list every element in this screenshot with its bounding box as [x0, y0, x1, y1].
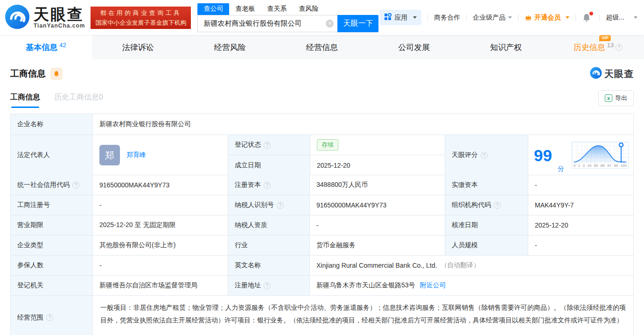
tab-count: 13: [607, 42, 614, 49]
field-label: 登记状态: [235, 141, 261, 149]
open-vip-menu[interactable]: 开通会员: [525, 14, 569, 22]
score-marker-pin: [619, 143, 623, 147]
company-tab-bar: 基本信息 42 法律诉讼 经营风险 经营信息 公司发展 知识产权 历史信息 VI…: [0, 35, 644, 59]
business-term-value: 2025-12-20 至 无固定期限: [92, 215, 228, 235]
field-label: 注册资本: [235, 181, 261, 189]
export-button[interactable]: x 导出: [598, 90, 634, 106]
score-chart: 01 315 5085 9799 100: [572, 142, 629, 169]
tab-company-development[interactable]: 公司发展: [368, 35, 460, 59]
search-tab-risk[interactable]: 查风险: [293, 3, 324, 15]
help-icon[interactable]: ?: [264, 142, 271, 149]
vip-badge: VIP: [599, 35, 611, 41]
tab-history-info[interactable]: 历史信息 VIP 13 ?: [552, 35, 644, 59]
crown-icon: [525, 14, 532, 22]
status-badge: 存续: [317, 139, 338, 150]
help-icon[interactable]: ?: [277, 202, 284, 209]
company-type-value: 其他股份有限公司(非上市): [92, 235, 228, 255]
logo-title: 天眼查: [34, 7, 85, 22]
tab-legal-litigation[interactable]: 法律诉讼: [92, 35, 184, 59]
help-icon[interactable]: ?: [481, 152, 488, 159]
org-code-value: MAK44Y9Y-7: [528, 195, 633, 215]
notification-bell[interactable]: [582, 13, 591, 22]
field-label: 行业: [228, 235, 309, 255]
nearby-companies-link[interactable]: 附近公司: [420, 281, 446, 290]
table-row: 企业类型 其他股份有限公司(非上市) 行业 货币金融服务 人员规模 -: [11, 235, 633, 255]
search-tabs: 查公司 查老板 查关系 查风险: [197, 3, 378, 15]
business-scope-value: 一般项目：非居住房地产租赁；物业管理；人力资源服务（不含职业中介活动、劳务派遣服…: [92, 296, 633, 335]
tab-basic-info[interactable]: 基本信息 42: [0, 35, 92, 59]
bell-icon: [53, 71, 60, 77]
help-icon[interactable]: ?: [264, 182, 271, 189]
section-title: 工商信息: [10, 68, 46, 80]
cooperation-link[interactable]: 商务合作: [434, 14, 460, 22]
establish-date-value: 2025-12-20: [310, 155, 445, 175]
field-label: 企业类型: [11, 235, 92, 255]
taxpayer-quality-value: -: [309, 215, 445, 235]
table-row: 法定代表人 郑 郑育峰 登记状态 ? 存续 成立日期 2025-12-20 天眼…: [11, 135, 633, 175]
score-unit: 分: [558, 165, 564, 173]
enterprise-products-menu[interactable]: 企业级产品: [473, 14, 512, 22]
credit-code-value: 91650000MAK44Y9Y73: [92, 175, 228, 195]
watermark-logo: 天眼查: [590, 67, 634, 81]
avatar[interactable]: 郑: [99, 145, 120, 165]
tab-intellectual-property[interactable]: 知识产权: [460, 35, 552, 59]
staff-size-value: -: [528, 235, 633, 255]
industry-value: 货币金融服务: [309, 235, 445, 255]
slogan-line2: 国家中小企业发展子基金旗下机构: [95, 18, 186, 28]
search-input[interactable]: [203, 20, 326, 28]
reg-capital-value: 3488800万人民币: [309, 175, 445, 195]
subtab-business-registration[interactable]: 工商信息: [10, 93, 40, 108]
tianyancha-logo[interactable]: 天眼查 TianYanCha.com: [5, 4, 85, 31]
chevron-down-icon: [566, 16, 569, 19]
reg-authority-value: 新疆维吾尔自治区市场监督管理局: [92, 276, 228, 295]
search-tab-boss[interactable]: 查老板: [229, 3, 261, 15]
apps-menu[interactable]: 应用: [379, 10, 421, 25]
tianyancha-logo-icon: [5, 4, 30, 31]
clear-icon[interactable]: ×: [326, 20, 334, 28]
field-label: 成立日期: [228, 155, 310, 175]
auto-translate-note: （自动翻译）: [441, 261, 480, 270]
search-tab-relation[interactable]: 查关系: [261, 3, 293, 15]
english-name-value: Xinjiang Rural Commercial Bank Co., Ltd.: [316, 262, 437, 269]
top-header: 天眼查 TianYanCha.com 都在用的商业查询工具 国家中小企业发展子基…: [0, 0, 644, 35]
legal-rep-link[interactable]: 郑育峰: [126, 151, 146, 159]
user-account-menu[interactable]: 超级...: [606, 14, 637, 22]
chevron-down-icon: [413, 16, 417, 19]
subscribe-bell-button[interactable]: [50, 68, 63, 80]
tab-operation-risk[interactable]: 经营风险: [184, 35, 276, 59]
field-label: 注册地址: [235, 281, 261, 290]
field-label: 营业期限: [11, 215, 92, 235]
field-label: 实缴资本: [445, 175, 528, 195]
watermark-text: 天眼查: [604, 68, 634, 80]
help-icon[interactable]: ?: [264, 282, 271, 289]
field-label: 工商注册号: [11, 195, 92, 215]
field-label: 英文名称: [228, 256, 309, 275]
help-icon[interactable]: ?: [616, 44, 623, 51]
insured-count-value: -: [92, 256, 228, 275]
help-icon[interactable]: ?: [72, 182, 79, 189]
slogan-banner: 都在用的商业查询工具 国家中小企业发展子基金旗下机构: [91, 7, 191, 29]
table-row: 登记机关 新疆维吾尔自治区市场监督管理局 注册地址 ? 新疆乌鲁木齐市天山区金银…: [11, 275, 633, 295]
field-label: 登记机关: [11, 276, 92, 295]
reg-number-value: -: [92, 195, 228, 215]
score-axis: 01 315 5085 9799 100: [572, 164, 628, 168]
logo-subtitle: TianYanCha.com: [34, 22, 85, 29]
subtab-history-registration[interactable]: 历史工商信息0: [54, 93, 103, 108]
paid-capital-value: -: [528, 175, 633, 195]
search-tab-company[interactable]: 查公司: [197, 3, 229, 15]
company-name-value: 新疆农村商业银行股份有限公司: [92, 114, 633, 135]
field-label: 经营范围: [17, 314, 43, 322]
help-icon[interactable]: ?: [494, 202, 501, 209]
reg-address-value: 新疆乌鲁木齐市天山区金银路53号: [316, 281, 415, 290]
field-label: 法定代表人: [11, 135, 92, 175]
chevron-down-icon: [508, 16, 512, 19]
tab-count: 42: [59, 42, 66, 49]
search-button[interactable]: 天眼一下: [337, 15, 378, 32]
search-area: 查公司 查老板 查关系 查风险 × 天眼一下: [197, 3, 378, 32]
tab-business-info[interactable]: 经营信息: [276, 35, 368, 59]
field-label: 纳税人识别号: [235, 201, 274, 209]
field-label: 组织机构代码: [452, 201, 491, 209]
table-row: 统一社会信用代码 ? 91650000MAK44Y9Y73 注册资本 ? 348…: [11, 175, 633, 195]
table-row: 企业名称 新疆农村商业银行股份有限公司: [11, 114, 633, 135]
help-icon[interactable]: ?: [46, 314, 53, 321]
